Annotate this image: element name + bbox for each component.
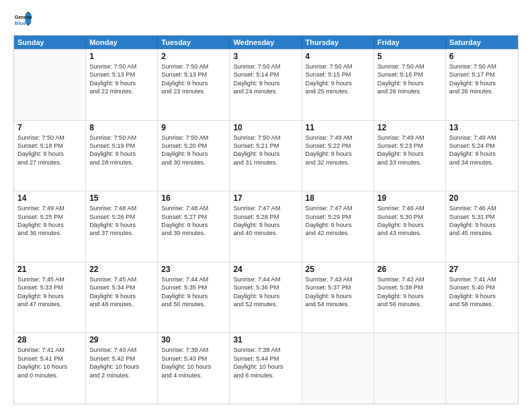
calendar: SundayMondayTuesdayWednesdayThursdayFrid…	[13, 35, 519, 404]
cal-cell-r0c2: 2Sunrise: 7:50 AMSunset: 5:13 PMDaylight…	[158, 50, 230, 120]
day-number: 9	[161, 123, 226, 132]
day-number: 25	[306, 265, 370, 274]
calendar-header: SundayMondayTuesdayWednesdayThursdayFrid…	[14, 36, 518, 49]
day-info: Sunrise: 7:47 AMSunset: 5:28 PMDaylight:…	[233, 204, 298, 238]
day-number: 24	[233, 265, 298, 274]
header-day-tuesday: Tuesday	[158, 36, 230, 49]
day-info: Sunrise: 7:42 AMSunset: 5:38 PMDaylight:…	[378, 275, 442, 309]
day-info: Sunrise: 7:50 AMSunset: 5:20 PMDaylight:…	[161, 134, 226, 167]
header-day-sunday: Sunday	[14, 36, 86, 49]
cal-cell-r4c0: 28Sunrise: 7:41 AMSunset: 5:41 PMDayligh…	[14, 333, 86, 404]
cal-cell-r0c0	[14, 50, 86, 120]
day-info: Sunrise: 7:50 AMSunset: 5:19 PMDaylight:…	[89, 134, 154, 167]
day-info: Sunrise: 7:43 AMSunset: 5:37 PMDaylight:…	[306, 275, 370, 309]
day-info: Sunrise: 7:50 AMSunset: 5:13 PMDaylight:…	[161, 62, 226, 96]
cal-cell-r2c6: 20Sunrise: 7:46 AMSunset: 5:31 PMDayligh…	[446, 191, 518, 262]
day-number: 30	[161, 335, 226, 345]
day-number: 14	[17, 193, 82, 203]
cal-cell-r4c4	[302, 333, 374, 404]
day-number: 3	[233, 52, 298, 61]
svg-text:Blue: Blue	[15, 20, 27, 26]
page: General Blue SundayMondayTuesdayWednesda…	[0, 0, 532, 411]
day-number: 22	[89, 265, 154, 274]
day-number: 12	[378, 123, 442, 132]
cal-cell-r0c6: 6Sunrise: 7:50 AMSunset: 5:17 PMDaylight…	[446, 50, 518, 120]
cal-cell-r2c2: 16Sunrise: 7:48 AMSunset: 5:27 PMDayligh…	[158, 191, 230, 262]
cal-cell-r2c5: 19Sunrise: 7:46 AMSunset: 5:30 PMDayligh…	[374, 191, 446, 262]
cal-cell-r1c3: 10Sunrise: 7:50 AMSunset: 5:21 PMDayligh…	[230, 121, 302, 191]
day-number: 1	[89, 52, 154, 61]
day-info: Sunrise: 7:49 AMSunset: 5:23 PMDaylight:…	[378, 134, 442, 167]
header-day-monday: Monday	[86, 36, 158, 49]
day-info: Sunrise: 7:45 AMSunset: 5:34 PMDaylight:…	[89, 275, 154, 309]
cal-cell-r3c3: 24Sunrise: 7:44 AMSunset: 5:36 PMDayligh…	[230, 263, 302, 333]
cal-cell-r3c5: 26Sunrise: 7:42 AMSunset: 5:38 PMDayligh…	[374, 263, 446, 333]
logo: General Blue	[13, 11, 32, 30]
day-info: Sunrise: 7:41 AMSunset: 5:40 PMDaylight:…	[449, 275, 515, 309]
header-day-friday: Friday	[374, 36, 446, 49]
cal-cell-r2c3: 17Sunrise: 7:47 AMSunset: 5:28 PMDayligh…	[230, 191, 302, 262]
cal-cell-r4c3: 31Sunrise: 7:38 AMSunset: 5:44 PMDayligh…	[230, 333, 302, 404]
cal-cell-r3c6: 27Sunrise: 7:41 AMSunset: 5:40 PMDayligh…	[446, 263, 518, 333]
cal-cell-r3c1: 22Sunrise: 7:45 AMSunset: 5:34 PMDayligh…	[86, 263, 158, 333]
day-info: Sunrise: 7:46 AMSunset: 5:30 PMDaylight:…	[378, 204, 442, 238]
day-info: Sunrise: 7:50 AMSunset: 5:13 PMDaylight:…	[89, 62, 154, 96]
day-info: Sunrise: 7:48 AMSunset: 5:26 PMDaylight:…	[89, 204, 154, 238]
day-number: 8	[89, 123, 154, 132]
header: General Blue	[13, 11, 519, 30]
calendar-row-3: 21Sunrise: 7:45 AMSunset: 5:33 PMDayligh…	[14, 262, 518, 333]
cal-cell-r0c4: 4Sunrise: 7:50 AMSunset: 5:15 PMDaylight…	[302, 50, 374, 120]
header-day-saturday: Saturday	[446, 36, 518, 49]
cal-cell-r1c0: 7Sunrise: 7:50 AMSunset: 5:18 PMDaylight…	[14, 121, 86, 191]
calendar-row-0: 1Sunrise: 7:50 AMSunset: 5:13 PMDaylight…	[14, 49, 518, 120]
day-number: 13	[449, 123, 515, 132]
calendar-body: 1Sunrise: 7:50 AMSunset: 5:13 PMDaylight…	[14, 49, 518, 404]
day-info: Sunrise: 7:48 AMSunset: 5:27 PMDaylight:…	[161, 204, 226, 238]
day-number: 26	[378, 265, 442, 274]
day-info: Sunrise: 7:50 AMSunset: 5:17 PMDaylight:…	[449, 62, 515, 96]
day-number: 15	[89, 193, 154, 203]
cal-cell-r4c6	[446, 333, 518, 404]
cal-cell-r1c6: 13Sunrise: 7:49 AMSunset: 5:24 PMDayligh…	[446, 121, 518, 191]
day-info: Sunrise: 7:50 AMSunset: 5:16 PMDaylight:…	[378, 62, 442, 96]
day-number: 31	[233, 335, 298, 345]
day-number: 18	[306, 193, 370, 203]
day-info: Sunrise: 7:44 AMSunset: 5:35 PMDaylight:…	[161, 275, 226, 309]
calendar-row-4: 28Sunrise: 7:41 AMSunset: 5:41 PMDayligh…	[14, 332, 518, 404]
day-number: 29	[89, 335, 154, 345]
day-info: Sunrise: 7:44 AMSunset: 5:36 PMDaylight:…	[233, 275, 298, 309]
day-info: Sunrise: 7:50 AMSunset: 5:14 PMDaylight:…	[233, 62, 298, 96]
day-number: 11	[306, 123, 370, 132]
day-info: Sunrise: 7:46 AMSunset: 5:31 PMDaylight:…	[449, 204, 515, 238]
day-info: Sunrise: 7:45 AMSunset: 5:33 PMDaylight:…	[17, 275, 82, 309]
day-number: 2	[161, 52, 226, 61]
day-info: Sunrise: 7:40 AMSunset: 5:42 PMDaylight:…	[89, 346, 154, 379]
cal-cell-r1c2: 9Sunrise: 7:50 AMSunset: 5:20 PMDaylight…	[158, 121, 230, 191]
day-info: Sunrise: 7:47 AMSunset: 5:29 PMDaylight:…	[306, 204, 370, 238]
cal-cell-r0c5: 5Sunrise: 7:50 AMSunset: 5:16 PMDaylight…	[374, 50, 446, 120]
cal-cell-r3c4: 25Sunrise: 7:43 AMSunset: 5:37 PMDayligh…	[302, 263, 374, 333]
day-info: Sunrise: 7:38 AMSunset: 5:44 PMDaylight:…	[233, 346, 298, 379]
day-info: Sunrise: 7:49 AMSunset: 5:25 PMDaylight:…	[17, 204, 82, 238]
day-number: 28	[17, 335, 82, 345]
svg-text:General: General	[15, 15, 32, 19]
cal-cell-r1c1: 8Sunrise: 7:50 AMSunset: 5:19 PMDaylight…	[86, 121, 158, 191]
day-number: 5	[378, 52, 442, 61]
cal-cell-r4c2: 30Sunrise: 7:39 AMSunset: 5:43 PMDayligh…	[158, 333, 230, 404]
day-info: Sunrise: 7:50 AMSunset: 5:21 PMDaylight:…	[233, 134, 298, 167]
day-info: Sunrise: 7:50 AMSunset: 5:18 PMDaylight:…	[17, 134, 82, 167]
cal-cell-r0c1: 1Sunrise: 7:50 AMSunset: 5:13 PMDaylight…	[86, 50, 158, 120]
cal-cell-r4c1: 29Sunrise: 7:40 AMSunset: 5:42 PMDayligh…	[86, 333, 158, 404]
calendar-row-1: 7Sunrise: 7:50 AMSunset: 5:18 PMDaylight…	[14, 120, 518, 191]
day-number: 20	[449, 193, 515, 203]
calendar-row-2: 14Sunrise: 7:49 AMSunset: 5:25 PMDayligh…	[14, 191, 518, 262]
cal-cell-r4c5	[374, 333, 446, 404]
day-number: 19	[378, 193, 442, 203]
day-number: 27	[449, 265, 515, 274]
cal-cell-r2c1: 15Sunrise: 7:48 AMSunset: 5:26 PMDayligh…	[86, 191, 158, 262]
cal-cell-r3c0: 21Sunrise: 7:45 AMSunset: 5:33 PMDayligh…	[14, 263, 86, 333]
cal-cell-r3c2: 23Sunrise: 7:44 AMSunset: 5:35 PMDayligh…	[158, 263, 230, 333]
header-day-wednesday: Wednesday	[230, 36, 302, 49]
day-number: 4	[306, 52, 370, 61]
cal-cell-r2c4: 18Sunrise: 7:47 AMSunset: 5:29 PMDayligh…	[302, 191, 374, 262]
